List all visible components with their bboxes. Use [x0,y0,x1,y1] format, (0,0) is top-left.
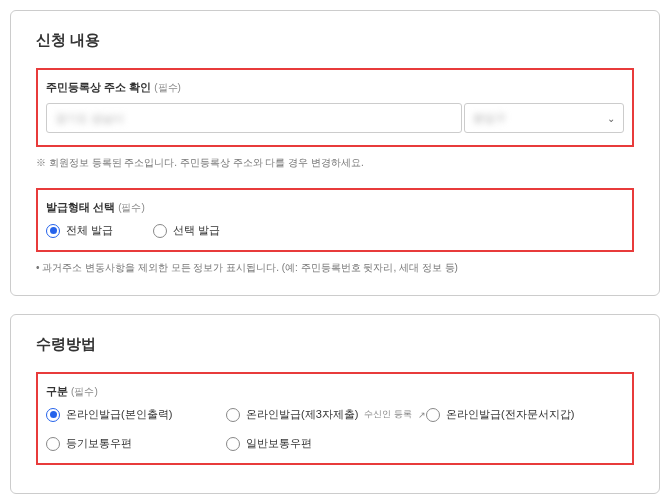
radio-registered-mail[interactable]: 등기보통우편 [46,436,226,451]
radio-online-third-party[interactable]: 온라인발급(제3자제출) 수신인 등록 ↗ [226,407,426,422]
radio-regular-mail[interactable]: 일반보통우편 [226,436,426,451]
category-radio-grid: 온라인발급(본인출력) 온라인발급(제3자제출) 수신인 등록 ↗ 온라인발급(… [46,407,624,451]
external-link-icon: ↗ [418,410,426,420]
radio-icon [153,224,167,238]
radio-select-issue[interactable]: 선택 발급 [153,223,220,238]
category-box: 구분 (필수) 온라인발급(본인출력) 온라인발급(제3자제출) 수신인 등록 … [36,372,634,465]
address-select-row: 경기도 성남시 분당구 ⌄ [46,103,624,133]
receive-method-card: 수령방법 구분 (필수) 온라인발급(본인출력) 온라인발급(제3자제출) 수신… [10,314,660,494]
address-select-1[interactable]: 경기도 성남시 [46,103,462,133]
issue-type-label: 발급형태 선택 (필수) [46,200,624,215]
radio-icon [46,408,60,422]
radio-icon [46,437,60,451]
radio-icon [46,224,60,238]
address-select-2[interactable]: 분당구 ⌄ [464,103,624,133]
chevron-down-icon: ⌄ [607,113,615,124]
radio-icon [426,408,440,422]
issue-type-radio-row: 전체 발급 선택 발급 [46,223,624,238]
issue-type-note: • 과거주소 변동사항을 제외한 모든 정보가 표시됩니다. (예: 주민등록번… [36,260,634,275]
radio-icon [226,437,240,451]
card-title-application: 신청 내용 [36,31,634,50]
category-label: 구분 (필수) [46,384,624,399]
application-content-card: 신청 내용 주민등록상 주소 확인 (필수) 경기도 성남시 분당구 ⌄ ※ 회… [10,10,660,296]
address-label: 주민등록상 주소 확인 (필수) [46,80,624,95]
radio-online-self-print[interactable]: 온라인발급(본인출력) [46,407,226,422]
address-note: ※ 회원정보 등록된 주소입니다. 주민등록상 주소와 다를 경우 변경하세요. [36,155,634,170]
radio-full-issue[interactable]: 전체 발급 [46,223,113,238]
radio-icon [226,408,240,422]
issue-type-box: 발급형태 선택 (필수) 전체 발급 선택 발급 [36,188,634,252]
radio-online-ewallet[interactable]: 온라인발급(전자문서지갑) [426,407,606,422]
card-title-receive: 수령방법 [36,335,634,354]
address-confirm-box: 주민등록상 주소 확인 (필수) 경기도 성남시 분당구 ⌄ [36,68,634,147]
